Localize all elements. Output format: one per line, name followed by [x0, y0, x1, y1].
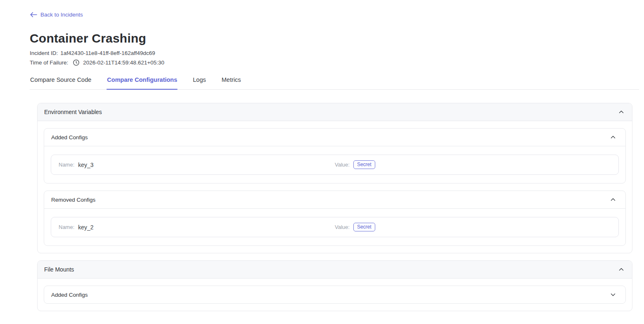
left-arrow-icon	[30, 12, 37, 17]
incident-id-label: Incident ID:	[30, 50, 58, 56]
time-of-failure-label: Time of Failure:	[30, 60, 68, 66]
back-to-incidents-link[interactable]: Back to Incidents	[30, 12, 83, 18]
section-title: File Mounts	[44, 266, 74, 273]
section-header[interactable]: Environment Variables	[38, 103, 632, 121]
config-row: Name: key_2 Value: Secret	[51, 217, 619, 237]
secret-badge[interactable]: Secret	[353, 160, 375, 169]
chevron-down-icon[interactable]	[610, 291, 616, 298]
section-title: Environment Variables	[44, 109, 102, 115]
config-group: Added Configs Name: key_3 Value: Secret	[44, 128, 626, 183]
secret-badge[interactable]: Secret	[353, 223, 375, 231]
value-label: Value:	[335, 224, 350, 230]
group-body: Name: key_3 Value: Secret	[44, 146, 625, 183]
config-sections: Environment Variables Added Configs Name…	[37, 103, 632, 311]
section-header[interactable]: File Mounts	[38, 261, 632, 279]
group-header[interactable]: Added Configs	[44, 286, 625, 303]
name-label: Name:	[59, 162, 74, 168]
group-title: Added Configs	[51, 292, 88, 298]
page-title: Container Crashing	[30, 31, 639, 45]
value-column: Value: Secret	[335, 160, 611, 169]
section-body: Added Configs Name: key_3 Value: Secret …	[38, 121, 632, 253]
tab-bar: Compare Source Code Compare Configuratio…	[30, 76, 639, 90]
config-section-card: File Mounts Added Configs	[37, 260, 632, 311]
incident-id-value: 1af42430-11e8-41ff-8eff-162aff49dc69	[60, 50, 155, 56]
time-of-failure-value: 2026-02-11T14:59:48.621+05:30	[83, 60, 164, 66]
back-link-label: Back to Incidents	[40, 12, 83, 18]
chevron-up-icon[interactable]	[618, 109, 625, 115]
chevron-up-icon[interactable]	[610, 196, 616, 203]
config-group: Removed Configs Name: key_2 Value: Secre…	[44, 191, 626, 246]
time-of-failure-line: Time of Failure: 2026-02-11T14:59:48.621…	[30, 60, 639, 66]
tab-compare-configurations[interactable]: Compare Configurations	[107, 76, 178, 89]
tab-logs[interactable]: Logs	[192, 76, 206, 89]
group-title: Added Configs	[51, 134, 88, 141]
name-value: key_3	[78, 162, 93, 168]
chevron-up-icon[interactable]	[610, 134, 616, 141]
incident-id-line: Incident ID: 1af42430-11e8-41ff-8eff-162…	[30, 50, 639, 56]
value-column: Value: Secret	[335, 223, 611, 231]
config-group: Added Configs	[44, 286, 626, 304]
name-value: key_2	[78, 224, 93, 231]
value-label: Value:	[335, 162, 350, 168]
section-body: Added Configs	[38, 279, 632, 311]
group-header[interactable]: Removed Configs	[44, 191, 625, 209]
name-column: Name: key_3	[59, 162, 335, 168]
incident-detail-page: Back to Incidents Container Crashing Inc…	[0, 0, 644, 311]
group-body: Name: key_2 Value: Secret	[44, 209, 625, 245]
group-header[interactable]: Added Configs	[44, 129, 625, 146]
tab-compare-source-code[interactable]: Compare Source Code	[30, 76, 92, 89]
group-title: Removed Configs	[51, 197, 95, 203]
name-label: Name:	[59, 224, 74, 230]
chevron-up-icon[interactable]	[618, 266, 625, 273]
tab-metrics[interactable]: Metrics	[221, 76, 242, 89]
config-row: Name: key_3 Value: Secret	[51, 155, 619, 175]
name-column: Name: key_2	[59, 224, 335, 231]
clock-icon	[73, 60, 79, 66]
config-section-card: Environment Variables Added Configs Name…	[37, 103, 632, 253]
